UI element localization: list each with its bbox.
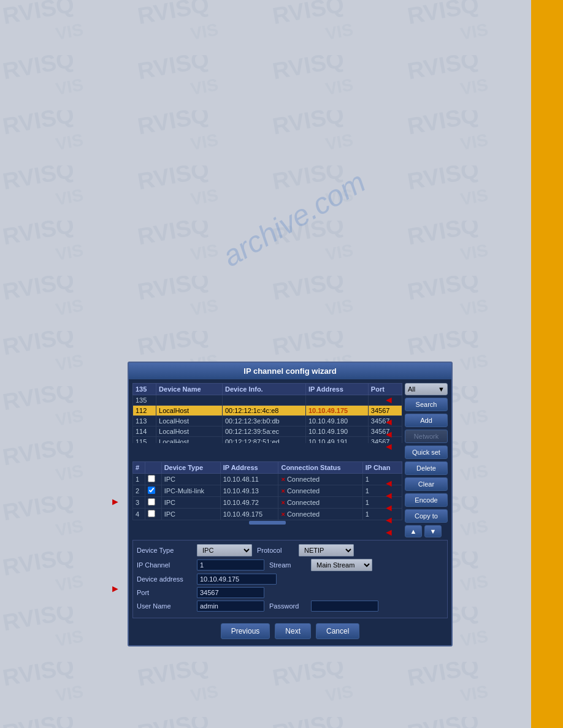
device-table-scroll[interactable]: 135 Device Name Device Info. IP Address … bbox=[132, 383, 402, 443]
copy-to-button[interactable]: Copy to bbox=[405, 509, 448, 523]
col-port: Port bbox=[368, 384, 402, 395]
search-button[interactable]: Search bbox=[405, 398, 448, 411]
channel-table-row[interactable]: 4IPC10.10.49.175 × Connected1 bbox=[133, 509, 402, 520]
device-address-input[interactable] bbox=[197, 574, 277, 585]
ch-col-status: Connection Status bbox=[278, 462, 362, 474]
channel-layout: # Device Type IP Address Connection Stat… bbox=[132, 461, 448, 537]
device-table-row[interactable]: 115LocalHost00:12:12:87:51:ed10.10.49.19… bbox=[133, 437, 402, 444]
stream-label: Stream bbox=[269, 561, 306, 569]
scrollbar-thumb bbox=[249, 521, 286, 525]
channel-btn-panel: Delete Clear Encode Copy to ▲ ▼ bbox=[405, 461, 448, 537]
col-device-name: Device Name bbox=[156, 384, 223, 395]
col-ip-address: IP Address bbox=[305, 384, 368, 395]
device-table-row[interactable]: 114LocalHost00:12:12:39:5a:ec10.10.49.19… bbox=[133, 427, 402, 437]
port-input[interactable] bbox=[197, 587, 264, 598]
ch-col-id: # bbox=[133, 462, 145, 474]
ip-channel-label: IP Channel bbox=[137, 561, 192, 569]
device-address-label: Device address bbox=[137, 575, 192, 583]
encode-button[interactable]: Encode bbox=[405, 493, 448, 507]
ip-channel-input[interactable] bbox=[197, 559, 264, 571]
channel-table-row[interactable]: 3IPC10.10.49.72 × Connected1 bbox=[133, 497, 402, 509]
device-table-row[interactable]: 135 bbox=[133, 395, 402, 406]
red-arrow-delete: ◄ bbox=[384, 478, 394, 489]
red-arrow-quickset: ◄ bbox=[384, 441, 394, 452]
dialog-body: 135 Device Name Device Info. IP Address … bbox=[129, 379, 451, 645]
scrollbar-area[interactable] bbox=[132, 520, 402, 525]
password-label: Password bbox=[269, 602, 306, 610]
device-type-select[interactable]: IPC bbox=[197, 544, 252, 556]
device-list-area: 135 Device Name Device Info. IP Address … bbox=[132, 383, 402, 459]
red-arrow-arrows: ◄ bbox=[384, 527, 394, 538]
dropdown-arrow: ▼ bbox=[438, 385, 445, 393]
protocol-select[interactable]: NETIP bbox=[299, 544, 354, 556]
arrow-btn-row: ▲ ▼ bbox=[405, 525, 448, 537]
col-device-info: Device Info. bbox=[222, 384, 305, 395]
dialog: IP channel config wizard 135 Device Name… bbox=[128, 362, 453, 646]
red-arrow-clear: ◄ bbox=[384, 490, 394, 501]
top-layout: 135 Device Name Device Info. IP Address … bbox=[132, 383, 448, 459]
channel-table-row[interactable]: 2IPC-Multi-link10.10.49.13 × Connected1 bbox=[133, 485, 402, 497]
form-row-type-protocol: Device Type IPC Protocol NETIP bbox=[137, 544, 443, 556]
device-type-label: Device Type bbox=[137, 547, 192, 554]
port-label: Port bbox=[137, 589, 192, 596]
filter-label: All bbox=[408, 385, 415, 393]
delete-button[interactable]: Delete bbox=[405, 461, 448, 475]
form-row-channel-stream: IP Channel Stream Main Stream bbox=[137, 559, 443, 571]
channel-table-scroll[interactable]: # Device Type IP Address Connection Stat… bbox=[132, 461, 402, 520]
up-button[interactable]: ▲ bbox=[405, 525, 422, 537]
password-input[interactable] bbox=[311, 601, 378, 612]
username-label: User Name bbox=[137, 602, 192, 610]
form-row-port: Port bbox=[137, 587, 443, 598]
gold-sidebar bbox=[531, 0, 563, 728]
channel-area: # Device Type IP Address Connection Stat… bbox=[132, 461, 402, 537]
previous-button[interactable]: Previous bbox=[221, 623, 270, 639]
device-table: 135 Device Name Device Info. IP Address … bbox=[132, 383, 402, 443]
col-id: 135 bbox=[133, 384, 156, 395]
device-table-row[interactable]: 112LocalHost00:12:12:1c:4c:e810.10.49.17… bbox=[133, 406, 402, 416]
channel-table: # Device Type IP Address Connection Stat… bbox=[132, 461, 402, 520]
red-arrow-add: ◄ bbox=[384, 417, 394, 428]
form-row-address: Device address bbox=[137, 574, 443, 585]
down-button[interactable]: ▼ bbox=[424, 525, 442, 537]
right-button-panel: All ▼ Search Add Network Quick set bbox=[405, 383, 448, 459]
footer: Previous Next Cancel bbox=[132, 618, 448, 642]
device-table-row[interactable]: 113LocalHost00:12:12:3e:b0:db10.10.49.18… bbox=[133, 416, 402, 427]
channel-checkbox[interactable] bbox=[148, 510, 155, 517]
network-button[interactable]: Network bbox=[405, 430, 448, 443]
red-arrow-address: ► bbox=[110, 583, 120, 594]
ch-col-type: Device Type bbox=[161, 462, 220, 474]
cancel-button[interactable]: Cancel bbox=[316, 623, 359, 639]
add-button[interactable]: Add bbox=[405, 414, 448, 427]
ch-col-check bbox=[145, 462, 161, 474]
stream-select[interactable]: Main Stream bbox=[311, 559, 372, 571]
form-row-credentials: User Name Password bbox=[137, 601, 443, 612]
quick-set-button[interactable]: Quick set bbox=[405, 446, 448, 459]
ch-col-channel: IP Chan bbox=[362, 462, 402, 474]
username-input[interactable] bbox=[197, 601, 264, 612]
dialog-title: IP channel config wizard bbox=[129, 363, 451, 379]
clear-button[interactable]: Clear bbox=[405, 477, 448, 491]
channel-checkbox[interactable] bbox=[148, 475, 155, 482]
next-button[interactable]: Next bbox=[275, 623, 311, 639]
form-area: Device Type IPC Protocol NETIP IP Channe… bbox=[132, 540, 448, 618]
red-arrow-network: ◄ bbox=[384, 429, 394, 440]
red-arrow-encode: ◄ bbox=[384, 502, 394, 514]
red-arrow-row3: ► bbox=[110, 496, 120, 507]
channel-checkbox[interactable] bbox=[148, 487, 155, 494]
red-arrow-copyto: ◄ bbox=[384, 515, 394, 526]
red-arrow-search: ◄ bbox=[384, 395, 394, 406]
channel-table-row[interactable]: 1IPC10.10.48.11 × Connected1 bbox=[133, 474, 402, 485]
channel-checkbox[interactable] bbox=[148, 498, 155, 506]
protocol-label: Protocol bbox=[257, 547, 294, 554]
ch-col-ip: IP Address bbox=[220, 462, 278, 474]
filter-dropdown[interactable]: All ▼ bbox=[405, 383, 448, 395]
